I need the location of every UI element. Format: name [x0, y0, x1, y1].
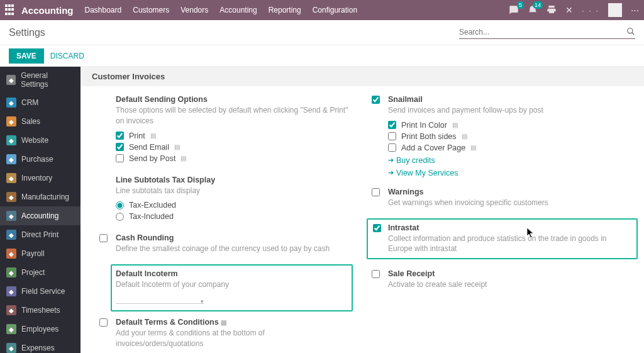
dots-icon[interactable]: · · ·: [582, 6, 599, 15]
sidebar-item-general-settings[interactable]: ◆General Settings: [0, 67, 80, 93]
setting-title: Intrastat: [388, 223, 633, 232]
setting-title: Default Terms & Conditions ▤: [116, 318, 353, 327]
building-icon: ▤: [470, 144, 477, 151]
sidebar-icon: ◆: [6, 173, 16, 183]
setting-default-sending: Default Sending Options Those options wi…: [99, 95, 365, 165]
sidebar-item-timesheets[interactable]: ◆Timesheets: [0, 301, 80, 320]
sidebar-item-accounting[interactable]: ◆Accounting: [0, 206, 80, 225]
print-icon[interactable]: [547, 4, 557, 16]
building-icon: ▤: [452, 121, 458, 128]
top-menu: Dashboard Customers Vendors Accounting R…: [85, 6, 358, 14]
sidebar-item-label: Purchase: [21, 155, 53, 164]
building-icon: ▤: [174, 143, 180, 150]
svg-point-0: [628, 28, 633, 33]
sidebar-item-inventory[interactable]: ◆Inventory: [0, 169, 80, 188]
setting-intrastat: Intrastat Collect information and produc…: [367, 218, 638, 260]
menu-reporting[interactable]: Reporting: [269, 6, 301, 14]
sidebar-item-field-service[interactable]: ◆Field Service: [0, 282, 80, 301]
discuss-icon[interactable]: 5: [509, 5, 519, 15]
label-tax-excluded: Tax-Excluded: [129, 201, 176, 210]
sidebar-item-website[interactable]: ◆Website: [0, 131, 80, 150]
sidebar-item-manufacturing[interactable]: ◆Manufacturing: [0, 188, 80, 206]
sidebar-icon: ◆: [6, 154, 16, 164]
chk-snailmail[interactable]: [372, 96, 380, 104]
search-icon[interactable]: [626, 27, 635, 38]
chk-bothsides[interactable]: [388, 132, 396, 140]
chk-intrastat[interactable]: [373, 224, 381, 232]
setting-title: Default Sending Options: [116, 95, 353, 104]
sidebar-icon: ◆: [6, 75, 16, 85]
setting-incoterm: Default Incoterm Default Incoterm of you…: [99, 264, 365, 311]
incoterm-select[interactable]: [116, 294, 204, 304]
menu-accounting[interactable]: Accounting: [219, 6, 257, 14]
label-bothsides: Print Both sides: [401, 132, 457, 141]
setting-desc: Define the smallest coinage of the curre…: [116, 244, 353, 254]
sidebar-icon: ◆: [6, 211, 16, 221]
chk-post[interactable]: [116, 154, 124, 162]
chk-print[interactable]: [116, 132, 124, 140]
sidebar-item-crm[interactable]: ◆CRM: [0, 93, 80, 112]
sidebar-icon: ◆: [6, 230, 16, 240]
sidebar-item-project[interactable]: ◆Project: [0, 263, 80, 282]
search-input[interactable]: [459, 26, 626, 38]
close-icon[interactable]: ✕: [565, 5, 573, 15]
discard-button[interactable]: DISCARD: [50, 52, 84, 60]
building-icon: ▤: [462, 133, 468, 140]
menu-vendors[interactable]: Vendors: [180, 6, 208, 14]
apps-icon[interactable]: [5, 4, 16, 16]
chk-warnings[interactable]: [372, 188, 380, 196]
sidebar-item-direct-print[interactable]: ◆Direct Print: [0, 225, 80, 244]
menu-dashboard[interactable]: Dashboard: [85, 6, 122, 14]
menu-configuration[interactable]: Configuration: [313, 6, 357, 14]
setting-desc: Default Incoterm of your company: [116, 279, 348, 290]
building-icon: ▤: [221, 319, 226, 326]
sidebar-icon: ◆: [6, 116, 16, 126]
chk-cash-rounding[interactable]: [99, 234, 108, 242]
radio-tax-excluded[interactable]: [116, 201, 124, 210]
label-color: Print In Color: [401, 121, 447, 130]
sidebar-item-label: Accounting: [21, 211, 58, 220]
discuss-badge: 5: [517, 1, 524, 9]
sidebar-icon: ◆: [6, 98, 16, 108]
sidebar-item-employees[interactable]: ◆Employees: [0, 320, 80, 339]
more-icon[interactable]: ⋯: [631, 6, 639, 15]
setting-desc: Add your terms & conditions at the botto…: [116, 328, 353, 349]
avatar[interactable]: [608, 3, 622, 17]
setting-cash-rounding: Cash Rounding Define the smallest coinag…: [99, 233, 365, 254]
sidebar-icon: ◆: [6, 249, 16, 259]
setting-tax-display: Line Subtotals Tax Display Line subtotal…: [99, 176, 365, 224]
sidebar-item-payroll[interactable]: ◆Payroll: [0, 244, 80, 263]
setting-snailmail: Snailmail Send invoices and payment foll…: [372, 95, 638, 177]
settings-content: Customer Invoices Default Sending Option…: [80, 67, 644, 353]
setting-warnings: Warnings Get warnings when invoicing spe…: [372, 188, 638, 208]
activities-badge: 14: [533, 1, 543, 9]
link-buy-credits[interactable]: Buy credits: [388, 156, 625, 165]
chk-sale-receipt[interactable]: [372, 270, 380, 278]
sidebar-item-purchase[interactable]: ◆Purchase: [0, 150, 80, 169]
setting-desc: Get warnings when invoicing specific cus…: [388, 198, 625, 208]
chk-email[interactable]: [116, 143, 124, 151]
sidebar-item-label: Expenses: [21, 344, 55, 352]
setting-sale-receipt: Sale Receipt Activate to create sale rec…: [372, 269, 638, 290]
activities-icon[interactable]: 14: [528, 5, 538, 15]
chk-color[interactable]: [388, 121, 396, 129]
sidebar-item-label: Inventory: [21, 174, 52, 182]
sidebar-item-label: Sales: [21, 117, 40, 126]
setting-desc: Those options will be selected by defaul…: [116, 105, 353, 126]
setting-title: Warnings: [388, 188, 625, 196]
chk-cover[interactable]: [388, 143, 396, 152]
sidebar-item-label: Project: [21, 268, 45, 277]
label-print: Print: [129, 132, 145, 140]
sidebar-icon: ◆: [6, 343, 16, 353]
sidebar-item-sales[interactable]: ◆Sales: [0, 112, 80, 131]
chk-terms[interactable]: [99, 318, 108, 327]
link-view-services[interactable]: View My Services: [388, 169, 625, 177]
setting-desc: Send invoices and payment follow-ups by …: [388, 105, 625, 116]
setting-title: Line Subtotals Tax Display: [116, 176, 353, 184]
save-button[interactable]: SAVE: [9, 48, 44, 64]
sidebar-item-expenses[interactable]: ◆Expenses: [0, 339, 80, 353]
menu-customers[interactable]: Customers: [133, 6, 169, 14]
label-post: Send by Post: [129, 154, 175, 163]
radio-tax-included[interactable]: [116, 213, 124, 221]
label-cover: Add a Cover Page: [401, 143, 465, 152]
